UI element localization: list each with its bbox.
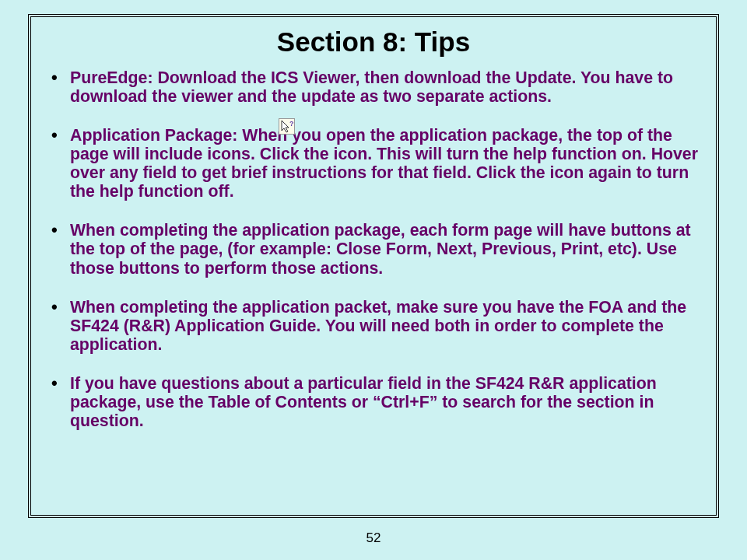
- list-item: If you have questions about a particular…: [48, 374, 699, 430]
- slide-frame: Section 8: Tips PureEdge: Download the I…: [28, 14, 719, 518]
- list-item: When completing the application package,…: [48, 221, 699, 277]
- bullet-text: When completing the application packet, …: [70, 298, 686, 354]
- list-item: Application Package: When you open the a…: [48, 126, 699, 201]
- bullet-text: If you have questions about a particular…: [70, 374, 657, 430]
- page-number: 52: [0, 530, 747, 546]
- bullet-text: PureEdge: Download the ICS Viewer, then …: [70, 68, 673, 106]
- bullet-list: PureEdge: Download the ICS Viewer, then …: [48, 68, 699, 430]
- bullet-text: Application Package: When you open the a…: [70, 126, 698, 201]
- list-item: When completing the application packet, …: [48, 298, 699, 354]
- help-cursor-icon: ?: [279, 118, 295, 135]
- bullet-text: When completing the application package,…: [70, 221, 691, 277]
- svg-text:?: ?: [289, 120, 294, 128]
- page-title: Section 8: Tips: [48, 26, 699, 58]
- list-item: PureEdge: Download the ICS Viewer, then …: [48, 68, 699, 106]
